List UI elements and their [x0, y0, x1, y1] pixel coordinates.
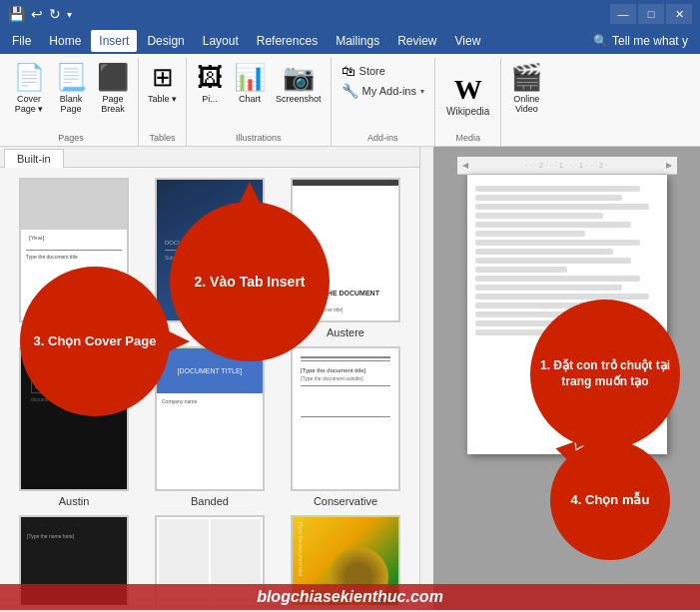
wikipedia-button[interactable]: W Wikipedia: [441, 72, 494, 119]
bubble-1-text: 1. Đặt con trỏ chuột tại trang muốn tạo: [540, 358, 670, 389]
online-video-icon: 🎬: [510, 62, 542, 93]
cover-item-conservative[interactable]: [Type the document title] [Type the docu…: [282, 346, 409, 507]
menu-layout[interactable]: Layout: [195, 30, 247, 52]
page-break-label2: Break: [101, 104, 125, 114]
ribbon-group-illustrations: 🖼 Pi... 📊 Chart 📷 Screenshot Illustratio…: [187, 58, 332, 146]
customize-icon[interactable]: ▾: [67, 9, 72, 20]
redo-icon[interactable]: ↻: [49, 6, 61, 22]
cover-page-label: Cover: [17, 94, 41, 104]
bubble-2-text: 2. Vào Tab Insert: [195, 273, 306, 291]
ribbon-group-wikipedia: W Wikipedia Media: [435, 58, 501, 146]
cover-label-austere: Austere: [327, 326, 364, 338]
store-button[interactable]: 🛍 Store: [340, 62, 426, 80]
blank-page-label2: Page: [60, 104, 81, 114]
cover-page-label2: Page ▾: [15, 104, 44, 114]
annotation-bubble-2: 2. Vào Tab Insert: [170, 202, 330, 361]
bubble-3-text: 3. Chọn Cover Page: [34, 333, 157, 350]
menu-view[interactable]: View: [447, 30, 489, 52]
menu-home[interactable]: Home: [41, 30, 89, 52]
title-bar: 💾 ↩ ↻ ▾ — □ ✕: [0, 0, 700, 28]
ruler: ◀ ▶ · · · 2 · · · 1 · · · 1 · · · 2 ·: [457, 157, 677, 175]
table-icon: ⊞: [152, 62, 174, 93]
panel-tab-bar: Built-in: [0, 147, 419, 168]
menu-file[interactable]: File: [4, 30, 39, 52]
cover-thumb-conservative: [Type the document title] [Type the docu…: [291, 346, 400, 491]
tell-me-bar[interactable]: 🔍 Tell me what y: [585, 31, 696, 51]
wikipedia-label: Wikipedia: [446, 106, 489, 117]
pages-group-label: Pages: [58, 133, 84, 143]
menu-references[interactable]: References: [249, 30, 326, 52]
builtin-tab-label: Built-in: [17, 153, 51, 165]
chart-label: Chart: [239, 94, 261, 104]
ribbon-group-addins: 🛍 Store 🔧 My Add-ins ▾ Add-ins: [332, 58, 435, 146]
menu-bar: File Home Insert Design Layout Reference…: [0, 28, 700, 54]
chart-icon: 📊: [234, 62, 266, 93]
watermark-text: blogchiasekienthuc.com: [257, 588, 443, 605]
annotation-bubble-4: 4. Chọn mẫu: [550, 440, 670, 560]
main-area: Built-in [Year] Type the document title …: [0, 147, 700, 610]
my-addins-icon: 🔧: [342, 83, 358, 99]
cover-item-banded[interactable]: [DOCUMENT TITLE] Company name Banded: [146, 346, 274, 507]
store-icon: 🛍: [342, 63, 355, 79]
tables-group-label: Tables: [150, 133, 176, 143]
menu-mailings[interactable]: Mailings: [328, 30, 387, 52]
menu-review[interactable]: Review: [389, 30, 444, 52]
table-button[interactable]: ⊞ Table ▾: [143, 60, 182, 106]
addins-group-label: Add-ins: [367, 133, 398, 143]
screenshot-label: Screenshot: [276, 94, 322, 104]
cover-label-banded: Banded: [191, 495, 229, 507]
watermark: blogchiasekienthuc.com: [0, 584, 700, 610]
menu-insert[interactable]: Insert: [91, 30, 137, 52]
ribbon-group-pages: 📄 Cover Page ▾ 📃 Blank Page ⬛ Page Break…: [4, 58, 139, 146]
builtin-tab[interactable]: Built-in: [4, 149, 64, 168]
bubble-4-text: 4. Chọn mẫu: [571, 492, 650, 509]
annotation-bubble-3: 3. Chọn Cover Page: [20, 267, 170, 416]
online-video-button[interactable]: 🎬 Online Video: [505, 60, 547, 116]
screenshot-icon: 📷: [283, 62, 315, 93]
screenshot-button[interactable]: 📷 Screenshot: [271, 60, 327, 106]
tell-me-text: Tell me what y: [612, 34, 688, 48]
cover-thumb-banded: [DOCUMENT TITLE] Company name: [155, 346, 265, 491]
online-video-label2: Video: [515, 104, 538, 114]
table-label: Table ▾: [148, 94, 177, 104]
cover-label-conservative: Conservative: [314, 495, 377, 507]
window-controls: — □ ✕: [610, 4, 692, 24]
pictures-label: Pi...: [202, 94, 218, 104]
ribbon: 📄 Cover Page ▾ 📃 Blank Page ⬛ Page Break…: [0, 54, 700, 147]
store-label: Store: [359, 65, 385, 77]
cover-page-button[interactable]: 📄 Cover Page ▾: [8, 60, 50, 116]
cover-page-icon: 📄: [13, 62, 45, 93]
my-addins-button[interactable]: 🔧 My Add-ins ▾: [340, 82, 426, 100]
chart-button[interactable]: 📊 Chart: [229, 60, 271, 106]
pictures-icon: 🖼: [197, 62, 223, 93]
ribbon-group-tables: ⊞ Table ▾ Tables: [139, 58, 187, 146]
my-addins-dropdown-icon: ▾: [420, 87, 424, 96]
close-button[interactable]: ✕: [666, 4, 692, 24]
wikipedia-icon: W: [454, 74, 482, 106]
page-break-button[interactable]: ⬛ Page Break: [92, 60, 134, 116]
online-video-label: Online: [513, 94, 539, 104]
blank-page-icon: 📃: [55, 62, 87, 93]
save-icon[interactable]: 💾: [8, 6, 25, 22]
media-group-label: Media: [455, 133, 480, 143]
maximize-button[interactable]: □: [638, 4, 664, 24]
annotation-bubble-1: 1. Đặt con trỏ chuột tại trang muốn tạo: [530, 300, 680, 449]
scrollbar[interactable]: [419, 147, 433, 610]
minimize-button[interactable]: —: [610, 4, 636, 24]
page-break-label: Page: [102, 94, 123, 104]
pictures-button[interactable]: 🖼 Pi...: [191, 60, 229, 106]
page-break-icon: ⬛: [97, 62, 129, 93]
illustrations-group-label: Illustrations: [236, 133, 282, 143]
cover-label-austin: Austin: [59, 495, 90, 507]
quick-access-toolbar: 💾 ↩ ↻ ▾: [8, 6, 72, 22]
blank-page-label: Blank: [60, 94, 83, 104]
blank-page-button[interactable]: 📃 Blank Page: [50, 60, 92, 116]
tell-me-icon: 🔍: [593, 34, 608, 48]
undo-icon[interactable]: ↩: [31, 6, 43, 22]
ribbon-group-online-video: 🎬 Online Video: [501, 58, 551, 146]
my-addins-label: My Add-ins: [362, 85, 416, 97]
menu-design[interactable]: Design: [139, 30, 192, 52]
